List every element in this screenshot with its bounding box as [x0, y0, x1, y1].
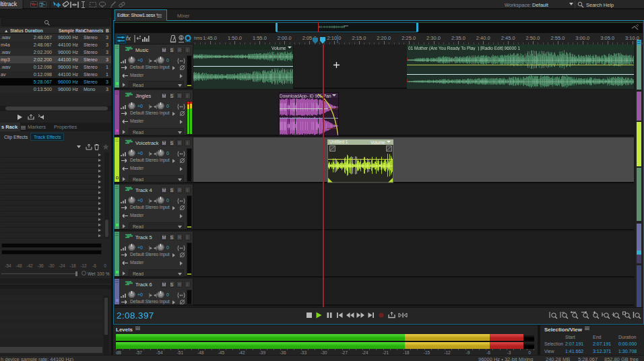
preview-play-icon[interactable]	[17, 114, 23, 121]
clip-name[interactable]: DownloadApp- iD 96000 1	[280, 94, 321, 98]
file-row[interactable]: m4a2:48.06744100 HzStereo3	[0, 41, 111, 48]
track-s-button[interactable]: S	[169, 234, 175, 240]
tab-levels[interactable]: Levels	[116, 326, 140, 333]
slot-arrow-icon[interactable]	[98, 186, 101, 189]
track-input-value[interactable]: Default Stereo Input	[130, 299, 169, 304]
volume-value[interactable]: +0	[137, 58, 143, 63]
clip-envelope-caret-icon[interactable]	[332, 94, 336, 96]
loop-preview-icon[interactable]	[27, 114, 35, 121]
mixer-sliders-icon[interactable]	[116, 34, 126, 44]
auto-play-icon[interactable]	[38, 114, 46, 121]
column-status[interactable]: Status	[10, 28, 24, 33]
track-color-strip[interactable]	[115, 232, 119, 277]
wet-power-icon[interactable]	[82, 271, 86, 275]
tab-selection-view[interactable]: Selection/View	[544, 326, 589, 333]
track-output-value[interactable]: Master	[130, 213, 143, 218]
automation-dropdown-icon[interactable]	[178, 178, 182, 181]
effect-slot[interactable]	[1, 163, 103, 168]
razor-tool-icon[interactable]	[62, 1, 70, 8]
slot-arrow-icon[interactable]	[98, 180, 101, 183]
clip-effects-button[interactable]: Clip Effects	[4, 135, 28, 139]
track-i-button[interactable]: I	[185, 234, 191, 240]
sv-value[interactable]: 3:12.371	[593, 349, 611, 354]
automation-dropdown-icon[interactable]	[178, 273, 182, 275]
metronome-icon[interactable]	[169, 34, 177, 43]
files-horizontal-scrollbar[interactable]	[0, 106, 111, 111]
pan-knob[interactable]	[157, 57, 164, 64]
slot-arrow-icon[interactable]	[98, 154, 101, 156]
track-m-button[interactable]: M	[161, 281, 167, 288]
volume-value[interactable]: +0	[137, 151, 143, 156]
column-duration[interactable]: Duration	[25, 28, 43, 33]
track-input-value[interactable]: Default Stereo Input	[130, 205, 169, 209]
track-output-value[interactable]: Master	[130, 73, 143, 77]
track-name[interactable]: Music	[135, 47, 149, 53]
volume-knob[interactable]	[128, 197, 135, 204]
slot-arrow-icon[interactable]	[98, 224, 101, 226]
history-row[interactable]	[0, 319, 102, 324]
clip-envelope-label[interactable]: Volume	[271, 46, 286, 51]
column-sample-rate[interactable]: Sample Rate	[59, 28, 85, 33]
track-r-button[interactable]: R	[176, 46, 183, 53]
files-search-input[interactable]	[1, 18, 110, 26]
time-selection-tool-icon[interactable]	[81, 1, 86, 8]
volume-knob[interactable]	[128, 57, 135, 64]
track-i-button[interactable]: I	[185, 281, 191, 288]
history-row[interactable]	[0, 315, 102, 319]
file-row[interactable]: .wav2:02.20096000 HzStereo3	[0, 48, 111, 56]
move-tool-icon[interactable]	[53, 1, 61, 8]
scrollbar-thumb[interactable]	[105, 220, 108, 237]
panel-menu-icon[interactable]	[135, 326, 140, 331]
slot-arrow-icon[interactable]	[98, 197, 101, 199]
pan-value[interactable]: 0	[166, 151, 169, 156]
track-s-button[interactable]: S	[169, 187, 175, 193]
track-name[interactable]: Track 5	[135, 234, 152, 240]
sv-value[interactable]: 1:30.708	[618, 349, 637, 354]
automation-mode-select[interactable]: Read	[129, 222, 184, 230]
column-channels[interactable]: Channels	[84, 28, 103, 33]
sort-arrow-icon[interactable]: ▲	[4, 28, 8, 33]
track-zoom-bar[interactable]	[637, 168, 641, 221]
track-output-value[interactable]: Master	[130, 260, 143, 265]
track-color-strip[interactable]	[115, 279, 119, 306]
automation-dropdown-icon[interactable]	[178, 131, 182, 134]
timeline-navigator[interactable]	[115, 22, 643, 33]
zoom-in-right-button[interactable]	[560, 311, 569, 320]
trash-icon[interactable]	[94, 143, 100, 150]
volume-knob[interactable]	[128, 102, 135, 110]
automation-dropdown-icon[interactable]	[178, 84, 182, 87]
clip-envelope-label[interactable]: Pan	[323, 94, 331, 98]
effect-slot[interactable]	[1, 168, 103, 174]
sv-value[interactable]: 0:00.000	[618, 341, 637, 346]
multitrack-view-icon[interactable]	[39, 1, 46, 8]
multitrack-view-button[interactable]: Multitrack	[0, 0, 22, 9]
track-zoom-bar[interactable]	[637, 122, 641, 166]
history-row[interactable]	[0, 333, 102, 338]
history-selected-row[interactable]	[0, 347, 102, 353]
track-color-strip[interactable]	[115, 185, 119, 230]
track-i-button[interactable]: I	[185, 92, 191, 99]
files-column-headers[interactable]: ▲ Status Duration Sample Rate Channels B	[0, 28, 111, 34]
file-row[interactable]: 5:28.06796000 HzStereo3	[0, 78, 111, 86]
track-header[interactable]: VoicetrackMSRI+00Default Stereo InputMas…	[119, 137, 193, 183]
input-expand-icon[interactable]	[172, 253, 175, 257]
monitor-off-icon[interactable]	[179, 205, 185, 211]
column-bit-depth[interactable]: B	[106, 28, 109, 33]
pan-knob[interactable]	[157, 244, 164, 251]
pan-value[interactable]: 0	[166, 245, 169, 250]
track-header[interactable]: MusicMSRI+00Default Stereo InputMasterRe…	[119, 44, 193, 89]
pan-value[interactable]: 0	[166, 292, 169, 297]
input-expand-icon[interactable]	[172, 206, 175, 210]
output-expand-icon[interactable]	[180, 74, 183, 78]
clip-header[interactable]: 01 Mother (Are You Ready To Play_) [Radi…	[408, 46, 554, 51]
clip-envelope-caret-icon[interactable]	[387, 141, 391, 143]
track-zoom-bar[interactable]	[637, 224, 641, 251]
slot-arrow-icon[interactable]	[98, 229, 101, 232]
track-effects-button[interactable]: Track Effects	[30, 133, 64, 141]
record-monitor-icon[interactable]	[184, 34, 192, 42]
input-expand-icon[interactable]	[172, 112, 175, 116]
file-row[interactable]: .wav0:12.09896000 HzStereo1	[0, 63, 111, 71]
track-s-button[interactable]: S	[169, 46, 175, 53]
pan-value[interactable]: 0	[166, 58, 169, 63]
output-expand-icon[interactable]	[180, 214, 183, 218]
